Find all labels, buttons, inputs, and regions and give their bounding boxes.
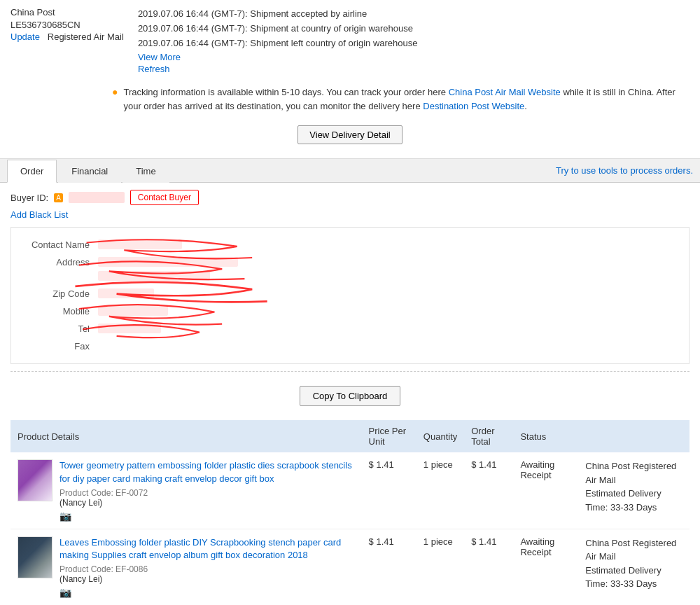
col-price: Price Per Unit <box>362 420 416 452</box>
product-thumb-1 <box>18 536 52 578</box>
qty-cell-0: 1 piece <box>416 452 464 529</box>
view-delivery-button[interactable]: View Delivery Detail <box>298 125 402 144</box>
product-seller-0: (Nancy Lei) <box>59 498 355 508</box>
status-cell-0: Awaiting Receipt <box>513 452 578 529</box>
product-name-link-0[interactable]: Tower geometry pattern embossing folder … <box>59 460 352 483</box>
info-box: ● Tracking information is available with… <box>112 80 690 118</box>
buyer-id-redacted <box>69 192 125 203</box>
tab-financial[interactable]: Financial <box>58 160 121 183</box>
update-link[interactable]: Update <box>10 32 40 42</box>
china-post-link[interactable]: China Post Air Mail Website <box>449 87 561 97</box>
tabs-bar: Order Financial Time Try to use tools to… <box>0 159 700 183</box>
col-status: Status <box>513 420 578 452</box>
tab-order[interactable]: Order <box>7 160 57 183</box>
tel-label: Tel <box>23 321 93 338</box>
address-section: Contact Name Address Zip Code Mobile <box>10 227 690 364</box>
shipping-cell-1: China Post Registered Air MailEstimated … <box>578 529 690 605</box>
col-product-details: Product Details <box>10 420 362 452</box>
shipping-cell-0: China Post Registered Air MailEstimated … <box>578 452 690 529</box>
total-cell-1: $ 1.41 <box>464 529 513 605</box>
copy-btn-row: Copy To Clipboard <box>10 379 690 417</box>
address-label: Address <box>23 255 93 285</box>
info-text: Tracking information is available within… <box>123 85 690 113</box>
status-cell-1: Awaiting Receipt <box>513 529 578 605</box>
price-cell-0: $ 1.41 <box>362 452 416 529</box>
price-cell-1: $ 1.41 <box>362 529 416 605</box>
tracking-event-1: 2019.07.06 16:44 (GMT-7): Shipment accep… <box>138 7 690 22</box>
product-thumb-0 <box>18 459 52 501</box>
tracking-event-3: 2019.07.06 16:44 (GMT-7): Shipment left … <box>138 36 690 51</box>
tracking-labels: China Post LE536730685CN Update Register… <box>10 7 124 74</box>
try-tools-link[interactable]: Try to use tools to process orders. <box>556 165 693 176</box>
dest-post-link[interactable]: Destination Post Website <box>423 101 524 111</box>
product-details-cell-0: Tower geometry pattern embossing folder … <box>10 452 362 529</box>
tab-time[interactable]: Time <box>122 160 169 183</box>
tracking-row: China Post LE536730685CN Update Register… <box>10 7 690 74</box>
buyer-icon: A <box>54 193 63 202</box>
refresh-link[interactable]: Refresh <box>138 64 690 74</box>
product-code-1: Product Code: EF-0086 <box>59 564 355 574</box>
col-total: Order Total <box>464 420 513 452</box>
table-header-row: Product Details Price Per Unit Quantity … <box>10 420 690 452</box>
zip-value <box>94 286 677 302</box>
address-table: Contact Name Address Zip Code Mobile <box>22 236 678 355</box>
contact-name-value <box>94 237 677 253</box>
tracking-events: 2019.07.06 16:44 (GMT-7): Shipment accep… <box>138 7 690 74</box>
shipping-type: Registered Air Mail <box>48 32 124 42</box>
tel-row: Tel <box>23 321 677 338</box>
carrier-label: China Post <box>10 7 124 18</box>
total-cell-0: $ 1.41 <box>464 452 513 529</box>
tabs-left: Order Financial Time <box>7 159 171 182</box>
mobile-label: Mobile <box>23 304 93 320</box>
col-shipping <box>578 420 690 452</box>
product-info-1: Leaves Embossing folder plastic DIY Scra… <box>59 536 355 598</box>
tracking-section: China Post LE536730685CN Update Register… <box>0 0 700 159</box>
product-details-cell-1: Leaves Embossing folder plastic DIY Scra… <box>10 529 362 605</box>
address-value <box>94 255 677 285</box>
table-row: Leaves Embossing folder plastic DIY Scra… <box>10 529 690 605</box>
table-row: Tower geometry pattern embossing folder … <box>10 452 690 529</box>
tracking-id: LE536730685CN <box>10 20 80 30</box>
col-qty: Quantity <box>416 420 464 452</box>
add-blacklist-link[interactable]: Add Black List <box>10 209 68 220</box>
mobile-row: Mobile <box>23 304 677 320</box>
product-table: Product Details Price Per Unit Quantity … <box>10 420 690 605</box>
product-seller-1: (Nancy Lei) <box>59 574 355 584</box>
view-delivery-btn-row: View Delivery Detail <box>10 118 690 151</box>
fax-value <box>94 339 677 354</box>
info-icon: ● <box>112 86 118 97</box>
product-name-link-1[interactable]: Leaves Embossing folder plastic DIY Scra… <box>59 537 341 560</box>
tracking-event-2: 2019.07.06 16:44 (GMT-7): Shipment at co… <box>138 22 690 36</box>
tel-value <box>94 321 677 338</box>
qty-cell-1: 1 piece <box>416 529 464 605</box>
order-content: Buyer ID: A Contact Buyer Add Black List… <box>0 183 700 605</box>
mobile-value <box>94 304 677 320</box>
view-more-link[interactable]: View More <box>138 52 690 62</box>
product-icon-0[interactable]: 📷 <box>59 510 355 522</box>
product-code-0: Product Code: EF-0072 <box>59 488 355 498</box>
contact-name-label: Contact Name <box>23 237 93 253</box>
buyer-label: Buyer ID: <box>10 193 48 203</box>
zip-row: Zip Code <box>23 286 677 302</box>
divider <box>10 371 690 372</box>
copy-to-clipboard-button[interactable]: Copy To Clipboard <box>300 386 401 406</box>
product-info-0: Tower geometry pattern embossing folder … <box>59 459 355 521</box>
contact-buyer-button[interactable]: Contact Buyer <box>130 190 199 205</box>
product-icon-1[interactable]: 📷 <box>59 587 355 598</box>
address-row: Address <box>23 255 677 285</box>
zip-label: Zip Code <box>23 286 93 302</box>
buyer-row: Buyer ID: A Contact Buyer <box>10 190 690 205</box>
fax-row: Fax <box>23 339 677 354</box>
contact-name-row: Contact Name <box>23 237 677 253</box>
fax-label: Fax <box>23 339 93 354</box>
